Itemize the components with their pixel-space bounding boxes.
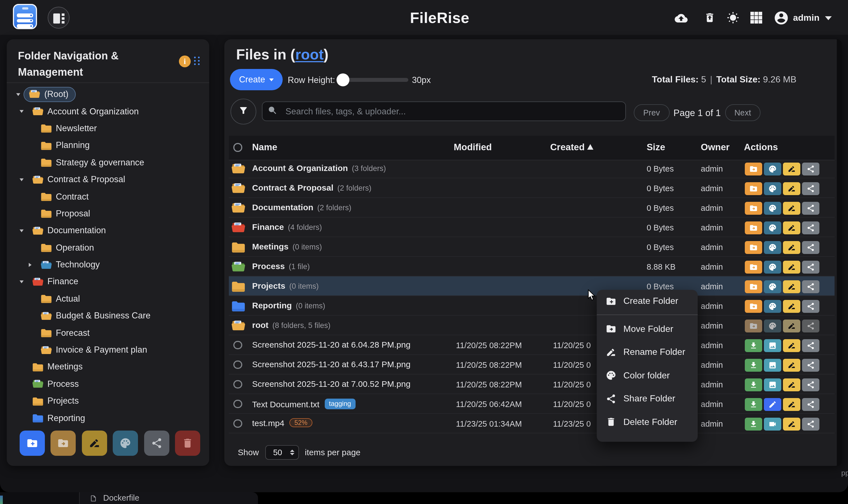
delete-folder-button[interactable] [175,431,200,455]
color-folder-button[interactable] [764,319,781,332]
edit-file-button[interactable] [764,398,781,411]
row-checkbox[interactable] [233,399,242,408]
user-avatar-icon[interactable] [773,10,789,26]
column-modified[interactable]: Modified [454,142,492,152]
caret-down-icon[interactable] [18,177,25,182]
preview-image-button[interactable] [764,359,781,372]
move-folder-button[interactable] [744,241,762,254]
caret-down-icon[interactable] [18,279,25,284]
root-link[interactable]: root [295,46,324,63]
download-button[interactable] [744,378,762,391]
rename-button[interactable] [783,398,800,411]
rename-button[interactable] [783,182,800,195]
tree-item-projects[interactable]: Projects [7,393,209,410]
folder-row-account-organization[interactable]: Account & Organization(3 folders)0 Bytes… [229,159,834,178]
share-button[interactable] [802,300,819,313]
tree-item-invoice-payment-plan[interactable]: Invoice & Payment plan [7,341,209,359]
preview-image-button[interactable] [764,339,781,352]
rename-button[interactable] [783,339,800,352]
rename-button[interactable] [783,378,800,391]
file-row-test-mp4[interactable]: test.mp452%11/23/25 01:34AM11/23/25 0adm… [229,414,834,433]
folder-row-meetings[interactable]: Meetings(0 items)0 Bytesadmin [229,237,834,257]
share-button[interactable] [802,378,819,391]
file-row-screenshot-2025-11-20-at-6-04-28-pm-png[interactable]: Screenshot 2025-11-20 at 6.04.28 PM.png1… [229,335,834,355]
rename-button[interactable] [783,417,800,431]
menu-item-delete-folder[interactable]: Delete Folder [597,410,697,434]
move-folder-button[interactable] [744,162,762,176]
tree-item-finance[interactable]: Finance [7,273,209,290]
upload-icon[interactable] [675,12,687,24]
select-all-checkbox[interactable] [233,143,242,152]
tree-item-budget-business-care[interactable]: Budget & Business Care [7,307,209,324]
share-button[interactable] [802,221,819,234]
menu-item-color-folder[interactable]: Color folder [597,364,697,387]
tree-item-proposal[interactable]: Proposal [7,205,209,222]
tree-item-contract-proposal[interactable]: Contract & Proposal [7,171,209,188]
user-menu-caret[interactable] [825,16,832,20]
move-folder-button[interactable] [744,300,762,313]
page-size-select[interactable]: 50 [265,445,299,460]
share-folder-button[interactable] [144,431,169,455]
sidebar-toggle-button[interactable] [48,7,70,29]
share-button[interactable] [802,260,819,274]
download-button[interactable] [744,359,762,372]
tree-item-planning[interactable]: Planning [7,137,209,154]
move-folder-button[interactable] [744,182,762,195]
rename-button[interactable] [783,221,800,234]
rename-button[interactable] [783,201,800,215]
column-created[interactable]: Created [550,142,594,152]
create-button[interactable]: Create [230,69,283,90]
move-folder-button[interactable] [744,260,762,274]
rename-folder-button[interactable] [82,431,107,455]
move-folder-button[interactable] [744,201,762,215]
color-folder-button[interactable] [764,221,781,234]
tree-item-forecast[interactable]: Forecast [7,324,209,341]
column-owner[interactable]: Owner [701,142,730,152]
folder-row-reporting[interactable]: Reporting(0 items)0 Bytesadmin [229,296,834,316]
username[interactable]: admin [793,13,819,23]
folder-row-projects[interactable]: Projects(0 items)0 Bytesadmin [229,276,834,296]
file-row-screenshot-2025-11-20-at-6-43-17-pm-png[interactable]: Screenshot 2025-11-20 at 6.43.17 PM.png1… [229,355,834,375]
create-folder-button[interactable] [19,431,45,455]
share-button[interactable] [802,359,819,372]
share-button[interactable] [802,339,819,352]
tree-item-technology[interactable]: Technology [7,256,209,273]
tree-item-process[interactable]: Process [7,375,209,393]
color-folder-button[interactable] [764,300,781,313]
color-folder-button[interactable] [764,162,781,176]
color-folder-button[interactable] [764,201,781,215]
color-folder-button[interactable] [764,280,781,293]
share-button[interactable] [802,280,819,293]
move-folder-button[interactable] [744,280,762,293]
download-button[interactable] [744,398,762,411]
caret-down-icon[interactable] [18,228,25,233]
rename-button[interactable] [783,260,800,274]
rename-button[interactable] [783,241,800,254]
tree-item-contract[interactable]: Contract [7,188,209,205]
share-button[interactable] [802,241,819,254]
tree-item-documentation[interactable]: Documentation [7,222,209,239]
file-row-text-document-txt[interactable]: Text Document.txttagging11/20/25 06:42AM… [229,394,834,414]
move-folder-button[interactable] [744,319,762,332]
next-page-button[interactable]: Next [725,104,760,121]
menu-item-share-folder[interactable]: Share Folder [597,387,697,410]
row-checkbox[interactable] [233,360,242,369]
color-folder-button[interactable] [113,431,138,455]
tree-item-reporting[interactable]: Reporting [7,410,209,427]
caret-down-icon[interactable] [18,109,25,114]
restore-trash-icon[interactable] [704,12,716,24]
file-row-screenshot-2025-11-20-at-7-00-52-pm-png[interactable]: Screenshot 2025-11-20 at 7.00.52 PM.png1… [229,375,834,394]
tree-item-operation[interactable]: Operation [7,239,209,256]
tree-item-account-organization[interactable]: Account & Organization [7,103,209,120]
color-folder-button[interactable] [764,182,781,195]
rename-button[interactable] [783,162,800,176]
share-button[interactable] [802,417,819,431]
menu-item-rename-folder[interactable]: Rename Folder [597,341,697,364]
row-checkbox[interactable] [233,380,242,389]
move-folder-button[interactable] [744,221,762,234]
folder-row-finance[interactable]: Finance(4 folders)0 Bytesadmin [229,217,834,237]
color-folder-button[interactable] [764,260,781,274]
share-button[interactable] [802,201,819,215]
theme-toggle-icon[interactable] [727,12,739,24]
folder-row-process[interactable]: Process(1 file)8.88 KBadmin [229,257,834,276]
